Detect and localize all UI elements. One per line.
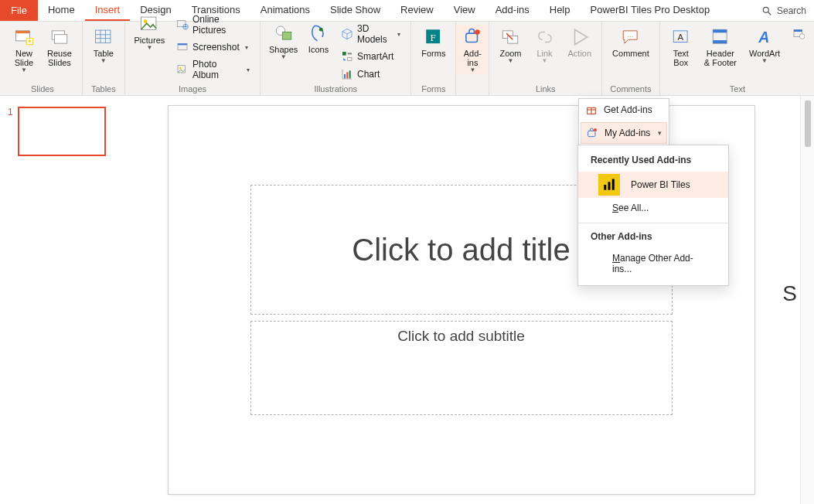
svg-rect-34 — [344, 74, 346, 78]
svg-line-1 — [768, 12, 771, 15]
icons-button[interactable]: Icons — [305, 21, 332, 57]
group-slides: ✦ New Slide ▼ Reuse Slides Slides — [3, 22, 83, 95]
photo-album-icon — [176, 63, 189, 76]
smartart-button[interactable]: SmartArt — [337, 48, 404, 65]
table-icon — [93, 27, 114, 47]
date-time-button[interactable] — [788, 25, 809, 42]
chevron-down-icon: ▼ — [508, 60, 514, 63]
wordart-button[interactable]: A WordArt ▼ — [745, 25, 784, 66]
svg-rect-39 — [466, 33, 478, 42]
truncated-scroll-hint: S — [782, 281, 797, 306]
tab-home[interactable]: Home — [38, 0, 85, 21]
slide-canvas-area: Click to add title Click to add subtitle… — [122, 96, 800, 504]
group-label-slides: Slides — [9, 83, 76, 94]
chevron-down-icon: ▾ — [397, 31, 400, 38]
tab-addins[interactable]: Add-ins — [485, 0, 540, 21]
svg-rect-7 — [54, 35, 66, 43]
slide-number: 1 — [8, 107, 13, 117]
online-pictures-button[interactable]: Online Pictures — [172, 12, 254, 38]
addins-icon — [461, 27, 483, 47]
tab-insert[interactable]: Insert — [85, 0, 131, 21]
svg-rect-3 — [15, 31, 29, 33]
reuse-slides-button[interactable]: Reuse Slides — [43, 25, 76, 70]
svg-rect-48 — [713, 29, 727, 32]
3d-models-button[interactable]: 3D Models ▾ — [337, 21, 404, 47]
vertical-scrollbar[interactable] — [800, 96, 814, 504]
slide-thumbnail[interactable] — [18, 107, 106, 156]
group-comments: … Comment Comments — [602, 22, 660, 95]
svg-text:A: A — [758, 29, 769, 46]
cube-3d-icon — [341, 28, 353, 40]
svg-point-22 — [179, 67, 182, 70]
addins-button[interactable]: Add- ins ▼ — [456, 25, 489, 74]
forms-button[interactable]: F Forms — [417, 25, 449, 61]
new-slide-button[interactable]: ✦ New Slide ▼ — [9, 25, 39, 75]
svg-rect-60 — [608, 182, 611, 190]
my-addins-submenu: Recently Used Add-ins Power BI Tiles See… — [577, 145, 729, 286]
tab-file[interactable]: File — [0, 0, 38, 21]
zoom-button[interactable]: Zoom ▼ — [496, 25, 525, 66]
screenshot-icon — [176, 41, 189, 53]
shapes-button[interactable]: Shapes ▼ — [267, 21, 300, 62]
screenshot-button[interactable]: Screenshot ▾ — [172, 39, 254, 56]
my-addins-item[interactable]: My Add-ins ▾ — [581, 122, 667, 144]
svg-text:A: A — [677, 32, 683, 42]
svg-rect-49 — [713, 40, 727, 43]
chart-icon — [341, 68, 353, 80]
date-time-icon — [792, 27, 805, 39]
chevron-down-icon: ▼ — [542, 60, 548, 63]
wordart-icon: A — [754, 27, 775, 47]
get-addins-item[interactable]: Get Add-ins — [579, 99, 669, 121]
svg-rect-36 — [349, 70, 351, 78]
svg-rect-59 — [604, 185, 606, 190]
group-label-comments: Comments — [608, 83, 653, 94]
header-footer-icon — [710, 27, 731, 47]
workspace: 1 Click to add title Click to add subtit… — [0, 96, 814, 504]
tab-slideshow[interactable]: Slide Show — [320, 0, 390, 21]
group-text: A Text Box Header & Footer A WordArt ▼ T… — [660, 22, 814, 95]
chevron-down-icon: ▼ — [21, 69, 27, 72]
group-label-links: Links — [496, 83, 595, 94]
tab-help[interactable]: Help — [540, 0, 581, 21]
group-label-addins — [456, 92, 489, 94]
recent-addins-header: Recently Used Add-ins — [578, 150, 728, 172]
comment-button[interactable]: … Comment — [608, 25, 653, 61]
comment-icon: … — [620, 27, 642, 47]
tab-view[interactable]: View — [444, 0, 485, 21]
chevron-down-icon: ▼ — [281, 56, 287, 59]
tab-powerbi-tiles[interactable]: PowerBI Tiles Pro Desktop — [581, 0, 720, 21]
chevron-down-icon: ▾ — [245, 44, 248, 51]
photo-album-button[interactable]: Photo Album ▾ — [172, 56, 254, 83]
group-images: Pictures ▼ Online Pictures Screenshot ▾ … — [125, 22, 261, 95]
subtitle-placeholder[interactable]: Click to add subtitle — [250, 321, 673, 415]
chart-button[interactable]: Chart — [337, 66, 404, 83]
tab-review[interactable]: Review — [390, 0, 444, 21]
slide-thumbnail-1[interactable]: 1 — [8, 107, 114, 156]
header-footer-button[interactable]: Header & Footer — [700, 25, 741, 70]
tab-strip: File Home Insert Design Transitions Anim… — [0, 0, 814, 22]
forms-icon: F — [423, 27, 444, 47]
my-addins-icon — [586, 127, 598, 139]
manage-other-addins[interactable]: Manage Other Add-ins... — [578, 248, 728, 281]
chevron-down-icon: ▼ — [100, 60, 107, 63]
group-tables: Table ▼ Tables — [83, 22, 125, 95]
action-button: Action — [564, 25, 596, 61]
svg-rect-57 — [588, 131, 595, 136]
see-all-addins[interactable]: See All... — [578, 198, 728, 220]
scrollbar-thumb[interactable] — [805, 100, 811, 147]
group-label-forms: Forms — [417, 83, 449, 94]
search-box[interactable]: Search — [754, 5, 814, 16]
tab-animations[interactable]: Animations — [250, 0, 320, 21]
table-button[interactable]: Table ▼ — [89, 25, 118, 66]
group-label-tables: Tables — [89, 83, 118, 94]
ribbon-insert: ✦ New Slide ▼ Reuse Slides Slides Table … — [0, 22, 814, 96]
svg-point-58 — [594, 128, 597, 131]
svg-rect-24 — [282, 32, 291, 39]
shapes-icon — [273, 23, 295, 43]
pictures-icon — [138, 14, 160, 34]
reuse-slides-icon — [49, 27, 70, 47]
store-icon — [585, 104, 598, 116]
pictures-button[interactable]: Pictures ▼ — [131, 12, 168, 53]
addin-powerbi-tiles[interactable]: Power BI Tiles — [578, 172, 728, 198]
text-box-button[interactable]: A Text Box — [666, 25, 696, 70]
